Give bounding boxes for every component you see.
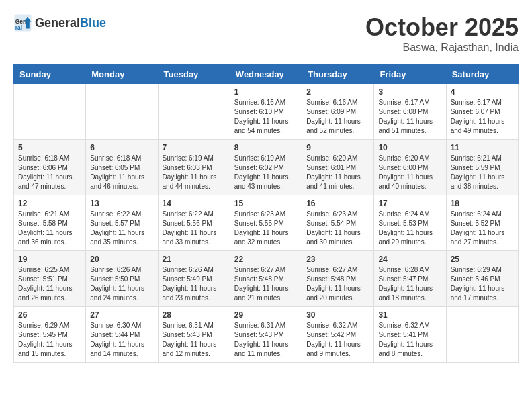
- day-number: 6: [90, 143, 153, 152]
- day-info: Sunrise: 6:21 AM Sunset: 5:58 PM Dayligh…: [18, 210, 81, 247]
- calendar-cell: 9Sunrise: 6:20 AM Sunset: 6:01 PM Daylig…: [302, 140, 374, 195]
- logo: Gene ral GeneralBlue: [13, 13, 106, 32]
- calendar-cell: 18Sunrise: 6:24 AM Sunset: 5:52 PM Dayli…: [446, 195, 518, 251]
- calendar-cell: 11Sunrise: 6:21 AM Sunset: 5:59 PM Dayli…: [446, 140, 518, 195]
- page-header: Gene ral GeneralBlue October 2025 Baswa,…: [13, 13, 519, 54]
- day-of-week-header: Thursday: [302, 65, 374, 84]
- calendar-cell: 16Sunrise: 6:23 AM Sunset: 5:54 PM Dayli…: [302, 195, 374, 251]
- day-number: 26: [18, 310, 81, 320]
- day-number: 7: [163, 143, 226, 152]
- day-number: 24: [378, 255, 441, 264]
- day-number: 18: [451, 199, 514, 208]
- title-block: October 2025 Baswa, Rajasthan, India: [365, 13, 519, 54]
- calendar-cell: 3Sunrise: 6:17 AM Sunset: 6:08 PM Daylig…: [374, 84, 446, 140]
- calendar-cell: 28Sunrise: 6:31 AM Sunset: 5:43 PM Dayli…: [158, 307, 230, 363]
- calendar-cell: 5Sunrise: 6:18 AM Sunset: 6:06 PM Daylig…: [14, 140, 86, 195]
- day-info: Sunrise: 6:23 AM Sunset: 5:55 PM Dayligh…: [234, 210, 298, 247]
- day-info: Sunrise: 6:31 AM Sunset: 5:43 PM Dayligh…: [234, 321, 298, 359]
- day-info: Sunrise: 6:18 AM Sunset: 6:05 PM Dayligh…: [90, 154, 153, 191]
- day-number: 25: [451, 255, 514, 264]
- calendar-cell: [158, 84, 230, 140]
- day-of-week-header: Friday: [374, 65, 446, 84]
- day-of-week-header: Monday: [86, 65, 158, 84]
- day-info: Sunrise: 6:32 AM Sunset: 5:41 PM Dayligh…: [378, 321, 441, 359]
- day-number: 21: [163, 255, 226, 264]
- day-number: 28: [163, 310, 226, 320]
- day-number: 16: [306, 199, 369, 208]
- calendar-cell: 23Sunrise: 6:27 AM Sunset: 5:48 PM Dayli…: [302, 251, 374, 307]
- month-title: October 2025: [365, 13, 519, 42]
- calendar-week-row: 5Sunrise: 6:18 AM Sunset: 6:06 PM Daylig…: [14, 140, 519, 195]
- day-info: Sunrise: 6:20 AM Sunset: 6:00 PM Dayligh…: [378, 154, 441, 191]
- day-number: 22: [234, 255, 298, 264]
- day-info: Sunrise: 6:16 AM Sunset: 6:09 PM Dayligh…: [306, 98, 369, 136]
- day-info: Sunrise: 6:24 AM Sunset: 5:52 PM Dayligh…: [451, 210, 514, 247]
- day-number: 13: [90, 199, 153, 208]
- day-number: 4: [451, 87, 514, 97]
- logo-text-blue: Blue: [80, 16, 106, 30]
- day-of-week-header: Tuesday: [158, 65, 230, 84]
- day-number: 23: [306, 255, 369, 264]
- day-number: 14: [163, 199, 226, 208]
- day-of-week-header: Sunday: [14, 65, 86, 84]
- calendar-cell: 8Sunrise: 6:19 AM Sunset: 6:02 PM Daylig…: [230, 140, 302, 195]
- calendar-cell: 17Sunrise: 6:24 AM Sunset: 5:53 PM Dayli…: [374, 195, 446, 251]
- calendar-week-row: 12Sunrise: 6:21 AM Sunset: 5:58 PM Dayli…: [14, 195, 519, 251]
- day-number: 10: [378, 143, 441, 152]
- day-number: 2: [306, 87, 369, 97]
- day-number: 8: [234, 143, 298, 152]
- day-number: 31: [378, 310, 441, 320]
- day-info: Sunrise: 6:26 AM Sunset: 5:50 PM Dayligh…: [90, 265, 153, 303]
- day-info: Sunrise: 6:17 AM Sunset: 6:08 PM Dayligh…: [378, 98, 441, 136]
- calendar-cell: [14, 84, 86, 140]
- day-number: 1: [234, 87, 298, 97]
- calendar-cell: 25Sunrise: 6:29 AM Sunset: 5:46 PM Dayli…: [446, 251, 518, 307]
- day-info: Sunrise: 6:24 AM Sunset: 5:53 PM Dayligh…: [378, 210, 441, 247]
- day-info: Sunrise: 6:21 AM Sunset: 5:59 PM Dayligh…: [451, 154, 514, 191]
- day-info: Sunrise: 6:30 AM Sunset: 5:44 PM Dayligh…: [90, 321, 153, 359]
- day-number: 5: [18, 143, 81, 152]
- day-info: Sunrise: 6:18 AM Sunset: 6:06 PM Dayligh…: [18, 154, 81, 191]
- calendar-cell: 22Sunrise: 6:27 AM Sunset: 5:48 PM Dayli…: [230, 251, 302, 307]
- day-info: Sunrise: 6:17 AM Sunset: 6:07 PM Dayligh…: [451, 98, 514, 136]
- day-number: 29: [234, 310, 298, 320]
- day-info: Sunrise: 6:28 AM Sunset: 5:47 PM Dayligh…: [378, 265, 441, 303]
- day-info: Sunrise: 6:20 AM Sunset: 6:01 PM Dayligh…: [306, 154, 369, 191]
- day-number: 17: [378, 199, 441, 208]
- calendar-cell: 21Sunrise: 6:26 AM Sunset: 5:49 PM Dayli…: [158, 251, 230, 307]
- day-info: Sunrise: 6:27 AM Sunset: 5:48 PM Dayligh…: [234, 265, 298, 303]
- calendar-cell: [86, 84, 158, 140]
- day-number: 9: [306, 143, 369, 152]
- day-info: Sunrise: 6:32 AM Sunset: 5:42 PM Dayligh…: [306, 321, 369, 359]
- day-info: Sunrise: 6:29 AM Sunset: 5:46 PM Dayligh…: [451, 265, 514, 303]
- day-number: 11: [451, 143, 514, 152]
- calendar-week-row: 26Sunrise: 6:29 AM Sunset: 5:45 PM Dayli…: [14, 307, 519, 363]
- day-info: Sunrise: 6:19 AM Sunset: 6:03 PM Dayligh…: [163, 154, 226, 191]
- day-info: Sunrise: 6:25 AM Sunset: 5:51 PM Dayligh…: [18, 265, 81, 303]
- day-number: 3: [378, 87, 441, 97]
- svg-text:ral: ral: [15, 24, 22, 31]
- calendar-cell: 1Sunrise: 6:16 AM Sunset: 6:10 PM Daylig…: [230, 84, 302, 140]
- day-info: Sunrise: 6:22 AM Sunset: 5:57 PM Dayligh…: [90, 210, 153, 247]
- calendar-table: SundayMondayTuesdayWednesdayThursdayFrid…: [13, 64, 519, 363]
- calendar-cell: 12Sunrise: 6:21 AM Sunset: 5:58 PM Dayli…: [14, 195, 86, 251]
- calendar-cell: 19Sunrise: 6:25 AM Sunset: 5:51 PM Dayli…: [14, 251, 86, 307]
- logo-text-general: General: [35, 16, 80, 30]
- day-info: Sunrise: 6:16 AM Sunset: 6:10 PM Dayligh…: [234, 98, 298, 136]
- day-number: 19: [18, 255, 81, 264]
- calendar-cell: 29Sunrise: 6:31 AM Sunset: 5:43 PM Dayli…: [230, 307, 302, 363]
- day-info: Sunrise: 6:31 AM Sunset: 5:43 PM Dayligh…: [163, 321, 226, 359]
- calendar-cell: 10Sunrise: 6:20 AM Sunset: 6:00 PM Dayli…: [374, 140, 446, 195]
- calendar-cell: 31Sunrise: 6:32 AM Sunset: 5:41 PM Dayli…: [374, 307, 446, 363]
- location: Baswa, Rajasthan, India: [365, 42, 519, 54]
- day-info: Sunrise: 6:27 AM Sunset: 5:48 PM Dayligh…: [306, 265, 369, 303]
- day-of-week-header: Saturday: [446, 65, 518, 84]
- calendar-cell: 20Sunrise: 6:26 AM Sunset: 5:50 PM Dayli…: [86, 251, 158, 307]
- calendar-header-row: SundayMondayTuesdayWednesdayThursdayFrid…: [14, 65, 519, 84]
- calendar-cell: [446, 307, 518, 363]
- calendar-cell: 14Sunrise: 6:22 AM Sunset: 5:56 PM Dayli…: [158, 195, 230, 251]
- calendar-cell: 30Sunrise: 6:32 AM Sunset: 5:42 PM Dayli…: [302, 307, 374, 363]
- calendar-cell: 27Sunrise: 6:30 AM Sunset: 5:44 PM Dayli…: [86, 307, 158, 363]
- calendar-cell: 24Sunrise: 6:28 AM Sunset: 5:47 PM Dayli…: [374, 251, 446, 307]
- day-number: 20: [90, 255, 153, 264]
